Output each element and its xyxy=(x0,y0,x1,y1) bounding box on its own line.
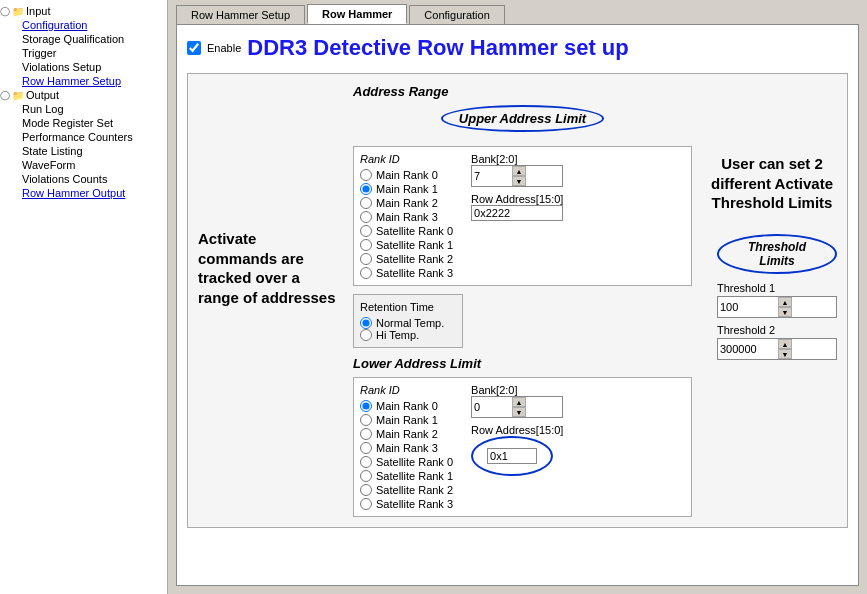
upper-rank-6[interactable]: Satellite Rank 2 xyxy=(360,253,453,265)
upper-radio-group: Main Rank 0Main Rank 1Main Rank 2Main Ra… xyxy=(360,169,453,279)
retention-radio-1[interactable] xyxy=(360,329,372,341)
sidebar-output-header[interactable]: ◯ 📁 Output xyxy=(0,88,167,102)
lower-rank-2[interactable]: Main Rank 2 xyxy=(360,428,453,440)
threshold-down-1[interactable]: ▼ xyxy=(778,349,792,359)
annotation-right: User can set 2 different Activate Thresh… xyxy=(707,154,837,213)
sidebar-item-violations-setup[interactable]: Violations Setup xyxy=(0,60,167,74)
lower-bank-up[interactable]: ▲ xyxy=(512,397,526,407)
threshold-down-0[interactable]: ▼ xyxy=(778,307,792,317)
lower-rank-radio-6[interactable] xyxy=(360,484,372,496)
lower-row-input[interactable] xyxy=(488,449,536,463)
lower-rank-radio-7[interactable] xyxy=(360,498,372,510)
upper-rank-radio-6[interactable] xyxy=(360,253,372,265)
upper-rank-7[interactable]: Satellite Rank 3 xyxy=(360,267,453,279)
lower-rank-3[interactable]: Main Rank 3 xyxy=(360,442,453,454)
threshold-up-0[interactable]: ▲ xyxy=(778,297,792,307)
upper-rank-radio-1[interactable] xyxy=(360,183,372,195)
upper-rank-radio-3[interactable] xyxy=(360,211,372,223)
lower-rank-radio-4[interactable] xyxy=(360,456,372,468)
sidebar-item-run-log[interactable]: Run Log xyxy=(0,102,167,116)
upper-row-spinbox[interactable] xyxy=(471,205,563,221)
upper-rank-5[interactable]: Satellite Rank 1 xyxy=(360,239,453,251)
sidebar-item-storage-qualification[interactable]: Storage Qualification xyxy=(0,32,167,46)
main-panel: Row Hammer SetupRow HammerConfiguration … xyxy=(168,0,867,594)
sidebar-item-performance-counters[interactable]: Performance Counters xyxy=(0,130,167,144)
upper-rank-radio-4[interactable] xyxy=(360,225,372,237)
tab-configuration[interactable]: Configuration xyxy=(409,5,504,24)
upper-bank-input[interactable] xyxy=(472,169,512,183)
upper-bank-down[interactable]: ▼ xyxy=(512,176,526,186)
sidebar-item-state-listing[interactable]: State Listing xyxy=(0,144,167,158)
lower-rank-5[interactable]: Satellite Rank 1 xyxy=(360,470,453,482)
retention-opt-0[interactable]: Normal Temp. xyxy=(360,317,456,329)
upper-rank-radio-5[interactable] xyxy=(360,239,372,251)
lower-rank-radio-2[interactable] xyxy=(360,428,372,440)
sidebar-item-row-hammer-setup[interactable]: Row Hammer Setup xyxy=(0,74,167,88)
retention-opt-1[interactable]: Hi Temp. xyxy=(360,329,456,341)
lower-rank-radio-3[interactable] xyxy=(360,442,372,454)
upper-rank-0[interactable]: Main Rank 0 xyxy=(360,169,453,181)
enable-checkbox[interactable] xyxy=(187,41,201,55)
lower-rank-col: Rank ID Main Rank 0Main Rank 1Main Rank … xyxy=(360,384,453,510)
address-range-title: Address Range xyxy=(353,84,692,99)
lower-rank-1[interactable]: Main Rank 1 xyxy=(360,414,453,426)
lower-rank-7[interactable]: Satellite Rank 3 xyxy=(360,498,453,510)
upper-rank-4[interactable]: Satellite Rank 0 xyxy=(360,225,453,237)
sidebar-group-output: ◯ 📁 Output Run LogMode Register SetPerfo… xyxy=(0,88,167,200)
upper-rank-col: Rank ID Main Rank 0Main Rank 1Main Rank … xyxy=(360,153,453,279)
lower-rank-radio-0[interactable] xyxy=(360,400,372,412)
lower-rank-4[interactable]: Satellite Rank 0 xyxy=(360,456,453,468)
lower-bank-down[interactable]: ▼ xyxy=(512,407,526,417)
content-area: Enable DDR3 Detective Row Hammer set up … xyxy=(176,24,859,586)
threshold-input-1[interactable] xyxy=(718,342,778,356)
sidebar-item-row-hammer-output[interactable]: Row Hammer Output xyxy=(0,186,167,200)
annotation-left: Activate commands are tracked over a ran… xyxy=(198,229,338,307)
sidebar-input-header[interactable]: ◯ 📁 Input xyxy=(0,4,167,18)
threshold-spinbox-1[interactable]: ▲ ▼ xyxy=(717,338,837,360)
input-folder-icon: 📁 xyxy=(12,6,24,17)
lower-section-wrap: Lower Address Limit Rank ID Main Rank 0M… xyxy=(353,356,692,517)
retention-box: Retention Time Normal Temp.Hi Temp. xyxy=(353,294,463,348)
sidebar-item-trigger[interactable]: Trigger xyxy=(0,46,167,60)
threshold-btns-1: ▲ ▼ xyxy=(778,339,792,359)
retention-title: Retention Time xyxy=(360,301,456,313)
tab-row-hammer-setup[interactable]: Row Hammer Setup xyxy=(176,5,305,24)
lower-bank-spinbox[interactable]: ▲ ▼ xyxy=(471,396,563,418)
threshold-section: Threshold Limits Threshold 1 ▲ ▼ Thresho… xyxy=(717,234,837,366)
upper-rank-radio-7[interactable] xyxy=(360,267,372,279)
expand-icon: ◯ xyxy=(0,6,10,16)
upper-row-group: Row Address[15:0] xyxy=(471,193,563,221)
upper-rank-label: Rank ID xyxy=(360,153,453,165)
lower-row-label: Row Address[15:0] xyxy=(471,424,563,436)
sidebar-item-violations-counts[interactable]: Violations Counts xyxy=(0,172,167,186)
upper-rank-2[interactable]: Main Rank 2 xyxy=(360,197,453,209)
upper-row-input[interactable] xyxy=(472,206,528,220)
upper-rank-1[interactable]: Main Rank 1 xyxy=(360,183,453,195)
sidebar-item-configuration[interactable]: Configuration xyxy=(0,18,167,32)
lower-row-spinbox[interactable] xyxy=(487,448,537,464)
lower-rank-radio-1[interactable] xyxy=(360,414,372,426)
lower-rank-0[interactable]: Main Rank 0 xyxy=(360,400,453,412)
upper-rank-section: Rank ID Main Rank 0Main Rank 1Main Rank … xyxy=(353,146,692,286)
lower-rank-radio-5[interactable] xyxy=(360,470,372,482)
upper-rank-radio-0[interactable] xyxy=(360,169,372,181)
lower-rank-6[interactable]: Satellite Rank 2 xyxy=(360,484,453,496)
upper-bank-spinbox[interactable]: ▲ ▼ xyxy=(471,165,563,187)
expand-icon-output: ◯ xyxy=(0,90,10,100)
lower-bank-row: Bank[2:0] ▲ ▼ Row Addre xyxy=(471,384,563,476)
lower-bank-input[interactable] xyxy=(472,400,512,414)
sidebar-item-mode-register-set[interactable]: Mode Register Set xyxy=(0,116,167,130)
lower-section-title: Lower Address Limit xyxy=(353,356,692,371)
upper-bank-up[interactable]: ▲ xyxy=(512,166,526,176)
threshold-spinbox-0[interactable]: ▲ ▼ xyxy=(717,296,837,318)
lower-row-group: Row Address[15:0] xyxy=(471,424,563,476)
upper-rank-3[interactable]: Main Rank 3 xyxy=(360,211,453,223)
upper-rank-radio-2[interactable] xyxy=(360,197,372,209)
threshold-up-1[interactable]: ▲ xyxy=(778,339,792,349)
sidebar: ◯ 📁 Input ConfigurationStorage Qualifica… xyxy=(0,0,168,594)
tab-row-hammer[interactable]: Row Hammer xyxy=(307,4,407,24)
sidebar-item-waveform[interactable]: WaveForm xyxy=(0,158,167,172)
lower-oval xyxy=(471,436,553,476)
retention-radio-0[interactable] xyxy=(360,317,372,329)
threshold-input-0[interactable] xyxy=(718,300,778,314)
